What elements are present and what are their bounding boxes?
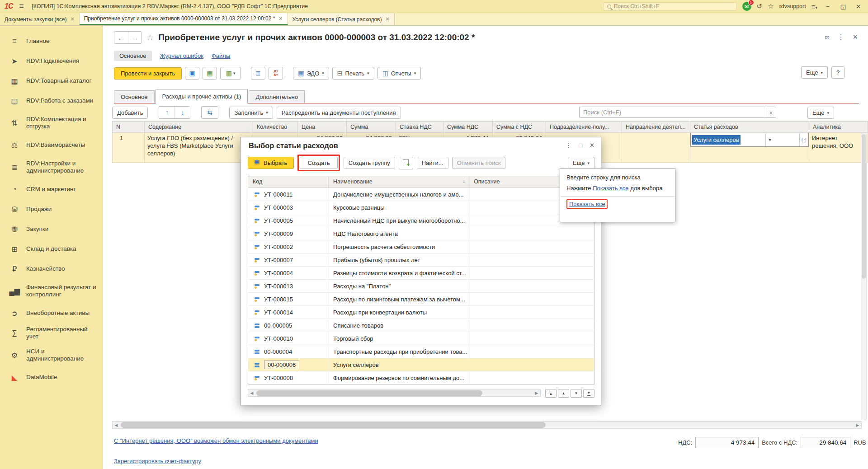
column-header[interactable]: Сумма [347,121,396,133]
back-arrow-icon[interactable]: ← [114,32,128,43]
history-icon[interactable]: ↺ [757,2,763,10]
tab-close-icon[interactable]: ✕ [278,16,283,22]
column-header[interactable]: Статья расходов [690,121,809,133]
edi-exchange-link[interactable]: С "Интернет решения, ООО" возможен обмен… [114,437,318,444]
global-search-input[interactable]: Поиск Ctrl+Shift+F [603,2,737,11]
move-up-icon[interactable]: ↑ [159,107,175,118]
scrollbar-thumb[interactable] [121,422,546,428]
list-horizontal-scrollbar[interactable]: ◀ ▶ [248,389,541,397]
scroll-right-icon[interactable]: ▶ [533,390,540,397]
sidebar-item[interactable]: ➲ Внеоборотные активы [0,303,103,323]
horizontal-scrollbar[interactable]: ◀ ▶ [112,421,862,429]
sidebar-item[interactable]: ∑ Регламентированный учет [0,323,103,343]
go-last-icon[interactable]: ▼ [583,389,594,398]
go-previous-icon[interactable]: ▲ [558,389,569,398]
service-menu-icon[interactable]: ≡▾ [811,3,817,10]
column-header[interactable]: N [112,121,145,133]
combo-open-icon[interactable]: ◳ [799,133,808,146]
show-all-inline-link[interactable]: Показать все [593,185,628,192]
scroll-right-icon[interactable]: ▶ [854,422,861,428]
column-header[interactable]: Направление деятел... [622,121,690,133]
column-header[interactable]: Ставка НДС [396,121,443,133]
list-column-header[interactable]: Наименование↓ [329,176,469,188]
list-item[interactable]: 00-000004 Транспортные расходы при приоб… [248,345,594,358]
sidebar-item[interactable]: ▄▆ Финансовый результат и контроллинг [0,279,103,303]
list-item[interactable]: УТ-000013 Расходы на "Платон" [248,280,594,293]
find-button[interactable]: Найти... [417,157,448,169]
list-item[interactable]: УТ-000007 Прибыль (убыток) прошлых лет [248,253,594,267]
list-item[interactable]: УТ-000011 Доначисление имущественных нал… [248,188,594,201]
column-header[interactable]: Аналитика [809,121,868,133]
expense-item-combo[interactable]: Услуги селлеров ▾ ◳ [690,133,809,147]
subtab[interactable]: Расходы и прочие активы (1) [156,89,248,103]
sidebar-item[interactable]: ≣ RDV:Настройки и администрирование [0,155,103,179]
sidebar-item[interactable]: ⚖ RDV:Взаиморасчеты [0,135,103,155]
column-header[interactable]: Содержание [145,121,253,133]
dialog-kebab-menu-icon[interactable]: ⋮ [566,142,571,149]
sidebar-item[interactable]: ⛁ Продажи [0,199,103,219]
create-button[interactable]: Создать [300,157,337,169]
post-document-button[interactable]: ▤ [203,67,217,80]
sidebar-item[interactable]: ₽ Казначейство [0,259,103,279]
favorite-star-icon[interactable]: ☆ [146,33,154,42]
sidebar-item[interactable]: ⇅ RDV:Комплектация и отгрузка [0,111,103,135]
list-column-header[interactable]: Код [248,176,329,188]
get-link-icon[interactable]: ∞ [825,33,830,41]
document-structure-button[interactable]: ≣ [251,67,265,80]
favorites-star-icon[interactable]: ☆ [768,2,774,10]
list-item[interactable]: УТ-000009 НДС Налогового агента [248,227,594,240]
sidebar-item[interactable]: ⚙ НСИ и администрирование [0,343,103,367]
tab-close-icon[interactable]: ✕ [70,16,74,22]
list-item[interactable]: УТ-000008 Формирование резервов по сомни… [248,371,594,385]
list-item[interactable]: УТ-000015 Расходы по лизинговым платежам… [248,293,594,306]
nav-link-main[interactable]: Основное [114,51,152,61]
related-links-button[interactable]: ⇆ [201,106,218,119]
dialog-more-button[interactable]: Еще▾ [568,157,594,169]
fill-dropdown-button[interactable]: Заполнить▾ [229,107,273,119]
cell-content[interactable]: Услуга FBO (без размещения) / услуга FBS… [145,133,253,163]
cell-analytics[interactable]: Интернет решения, ООО [809,133,868,163]
help-button[interactable]: ? [831,66,844,79]
form-close-icon[interactable]: ✕ [853,33,859,41]
total-value-field[interactable]: 29 840,64 [801,437,850,448]
copy-dropdown-button[interactable]: ▥▾ [220,67,241,80]
list-item[interactable]: УТ-000004 Разницы стоимости возврата и ф… [248,267,594,280]
cell-activity[interactable] [622,133,690,163]
list-item[interactable]: 00-000005 Списание товаров [248,319,594,332]
nav-link-files[interactable]: Файлы [212,52,230,59]
minimize-button[interactable]: − [823,3,833,10]
list-item[interactable]: УТ-000003 Курсовые разницы [248,201,594,214]
list-item[interactable]: УТ-000010 Торговый сбор [248,332,594,345]
scroll-left-icon[interactable]: ◀ [113,422,120,428]
close-button[interactable]: ✕ [854,3,863,10]
column-header[interactable]: Подразделение-полу... [546,121,622,133]
sidebar-item[interactable]: ≡ Главное [0,31,103,51]
table-search-input[interactable] [579,107,766,118]
column-header[interactable]: Сумма НДС [443,121,493,133]
move-down-icon[interactable]: ↓ [175,107,190,118]
distribute-button[interactable]: Распределить на документы поступления [277,107,401,119]
create-group-button[interactable]: Создать группу [344,157,395,169]
add-row-button[interactable]: Добавить [112,107,148,119]
column-header[interactable]: Количество [253,121,298,133]
more-button[interactable]: Еще▾ [801,66,828,79]
subtab[interactable]: Дополнительно [249,90,305,103]
scrollbar-thumb[interactable] [256,390,482,396]
list-item[interactable]: УТ-000005 Начисленный НДС при выкупе мно… [248,214,594,227]
clear-search-icon[interactable]: x [766,107,776,118]
go-next-icon[interactable]: ▼ [571,389,582,398]
window-tab[interactable]: Услуги селлеров (Статья расходов) ✕ [288,13,395,25]
subtab[interactable]: Основное [114,90,155,103]
list-item[interactable]: УТ-000002 Погрешность расчета себестоимо… [248,240,594,253]
combo-dropdown-icon[interactable]: ▾ [765,133,774,146]
nav-link-error-log[interactable]: Журнал ошибок [160,52,203,59]
sidebar-item[interactable]: ⛃ Закупки [0,219,103,239]
list-item[interactable]: 00-000006 Услуги селлеров [248,358,594,371]
scroll-left-icon[interactable]: ◀ [248,390,255,397]
dtkt-postings-button[interactable]: ДтКт [269,67,283,80]
list-item[interactable]: УТ-000014 Расходы при конвертации валюты [248,306,594,319]
sidebar-item[interactable]: ◔ CRM и маркетинг [0,179,103,199]
window-tab[interactable]: Документы закупки (все) ✕ [0,13,80,25]
sidebar-item[interactable]: ➤ RDV:Подключения [0,51,103,71]
kebab-menu-icon[interactable]: ⋮ [838,33,844,41]
